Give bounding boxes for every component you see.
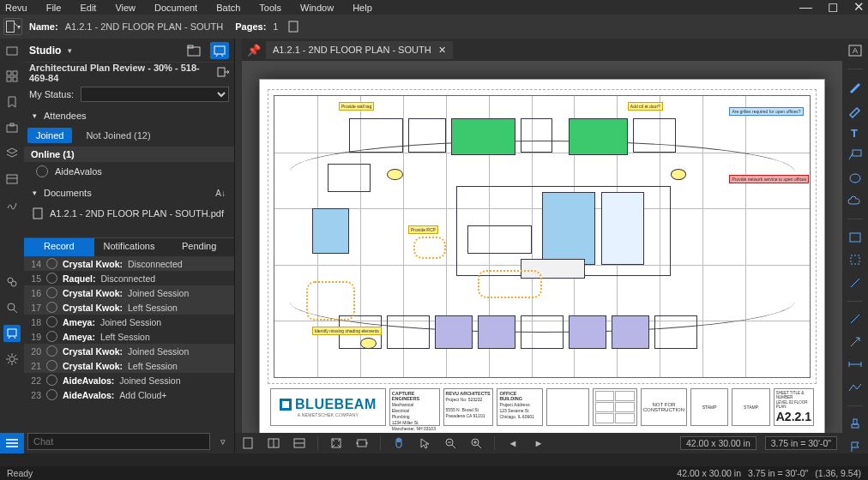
my-status-select[interactable] [81, 87, 229, 102]
tab-record[interactable]: Record [24, 238, 94, 256]
arrow-icon[interactable] [846, 334, 865, 349]
links-icon[interactable] [3, 273, 21, 291]
menu-view[interactable]: View [115, 3, 136, 13]
record-list[interactable]: 14Crystal Kwok:Disconnected 15Raquel:Dis… [24, 256, 234, 429]
stamp-icon[interactable] [846, 417, 865, 431]
menu-batch[interactable]: Batch [216, 3, 240, 13]
attendee-row[interactable]: AideAvalos [24, 162, 234, 183]
record-row[interactable]: 23AideAvalos:Add Cloud+ [24, 387, 234, 402]
menu-window[interactable]: Window [300, 3, 334, 13]
single-page-icon[interactable] [240, 435, 256, 451]
thumbnails-icon[interactable] [3, 68, 21, 85]
signatures-icon[interactable] [3, 196, 21, 213]
pen-tool-icon[interactable] [846, 80, 865, 94]
dimension-icon[interactable] [846, 357, 865, 372]
record-num: 14 [27, 259, 41, 269]
panel-scrollbar[interactable] [235, 39, 242, 453]
pages-label: Pages: [235, 21, 266, 32]
tb-not-for-construction: NOT FOR CONSTRUCTION [641, 388, 687, 426]
callout-icon[interactable] [846, 148, 865, 163]
new-document-button[interactable]: ▾ [3, 18, 22, 35]
chevron-down-icon[interactable]: ▾ [68, 46, 72, 55]
highlighter-icon[interactable] [846, 103, 865, 117]
document-tab[interactable]: A1.2.1 - 2ND FLOOR PLAN - SOUTH ✕ [266, 41, 453, 59]
tab-pending[interactable]: Pending [164, 238, 234, 256]
menu-file[interactable]: File [46, 3, 62, 13]
avatar-icon [46, 273, 57, 284]
prev-view-icon[interactable]: ◄ [505, 435, 521, 451]
pages-value: 1 [273, 21, 278, 32]
not-joined-tab[interactable]: Not Joined (12) [77, 128, 159, 143]
record-row[interactable]: 19Ameya:Left Session [24, 329, 234, 344]
select-tool-icon[interactable] [417, 435, 432, 451]
menu-tools[interactable]: Tools [259, 3, 281, 13]
studio-sessions-button[interactable] [210, 42, 229, 59]
close-tab-icon[interactable]: ✕ [438, 45, 446, 56]
next-view-icon[interactable]: ► [531, 435, 546, 451]
chat-input[interactable] [27, 433, 210, 450]
markups-list-icon[interactable] [0, 433, 24, 453]
fit-width-icon[interactable] [354, 435, 370, 451]
pin-icon[interactable]: 📌 [245, 44, 262, 57]
record-row[interactable]: 16Crystal Kwok:Joined Session [24, 285, 234, 300]
fit-page-icon[interactable] [329, 435, 344, 451]
menu-help[interactable]: Help [353, 3, 372, 13]
zoom-out-icon[interactable] [443, 435, 458, 451]
cloud-icon[interactable] [846, 195, 865, 209]
forms-icon[interactable] [3, 171, 21, 188]
record-row[interactable]: 21Crystal Kwok:Left Session [24, 358, 234, 373]
record-row[interactable]: 18Ameya:Joined Session [24, 315, 234, 329]
record-row[interactable]: 14Crystal Kwok:Disconnected [24, 256, 234, 271]
record-num: 18 [27, 317, 41, 327]
menu-edit[interactable]: Edit [80, 3, 96, 13]
attendees-header[interactable]: ▾ Attendees [24, 105, 234, 126]
svg-line-51 [452, 445, 455, 448]
layers-icon[interactable] [3, 145, 21, 162]
split-horizontal-icon[interactable] [292, 435, 307, 451]
record-row[interactable]: 17Crystal Kwok:Left Session [24, 300, 234, 315]
polyline-icon[interactable] [846, 381, 865, 395]
split-vertical-icon[interactable] [266, 435, 281, 451]
menu-revu[interactable]: Revu [5, 3, 27, 13]
search-icon[interactable] [3, 299, 21, 316]
rectangle-icon[interactable] [846, 230, 865, 244]
joined-tab[interactable]: Joined [27, 128, 72, 143]
record-row[interactable]: 22AideAvalos:Joined Session [24, 373, 234, 387]
bookmarks-icon[interactable] [3, 93, 21, 111]
text-box-icon[interactable]: A [846, 44, 865, 58]
record-row[interactable]: 15Raquel:Disconnected [24, 271, 234, 285]
documents-header[interactable]: ▾ Documents A↓ [24, 183, 234, 203]
tab-notifications[interactable]: Notifications [94, 238, 165, 256]
window-controls: — ◻ ✕ [799, 0, 865, 15]
page-thumbnail-button[interactable] [285, 18, 304, 35]
document-item[interactable]: A1.2.1 - 2ND FLOOR PLAN - SOUTH.pdf [24, 203, 234, 224]
flag-icon[interactable] [846, 439, 865, 453]
minimize-icon[interactable]: — [799, 0, 812, 15]
crop-icon[interactable] [846, 253, 865, 267]
image-icon[interactable] [846, 276, 865, 291]
menu-document[interactable]: Document [154, 3, 197, 13]
maximize-icon[interactable]: ◻ [828, 0, 838, 15]
svg-text:A: A [853, 46, 858, 55]
record-who: AideAvalos: [63, 375, 114, 386]
studio-icon[interactable] [3, 325, 21, 342]
page-size-value[interactable]: 42.00 x 30.00 in [680, 436, 756, 450]
settings-icon[interactable] [3, 351, 21, 368]
file-access-icon[interactable] [3, 42, 21, 59]
record-who: Crystal Kwok: [63, 361, 123, 371]
pan-tool-icon[interactable] [391, 435, 407, 451]
record-row[interactable]: 20Crystal Kwok:Joined Session [24, 344, 234, 358]
toolchest-icon[interactable] [3, 119, 21, 136]
filter-icon[interactable]: ▿ [215, 436, 231, 447]
line-icon[interactable] [846, 312, 865, 327]
attendees-label: Attendees [44, 111, 87, 121]
scale-value[interactable]: 3.75 in = 30'-0" [765, 436, 837, 450]
zoom-in-icon[interactable] [468, 435, 484, 451]
ellipse-icon[interactable] [846, 171, 865, 186]
text-tool-icon[interactable]: T [846, 125, 865, 140]
studio-projects-button[interactable] [184, 42, 203, 59]
document-canvas[interactable]: Provide wall tag Add ctl at door? Provid… [242, 61, 842, 453]
sort-icon[interactable]: A↓ [215, 189, 226, 198]
close-icon[interactable]: ✕ [853, 0, 865, 15]
leave-session-icon[interactable] [217, 67, 229, 79]
